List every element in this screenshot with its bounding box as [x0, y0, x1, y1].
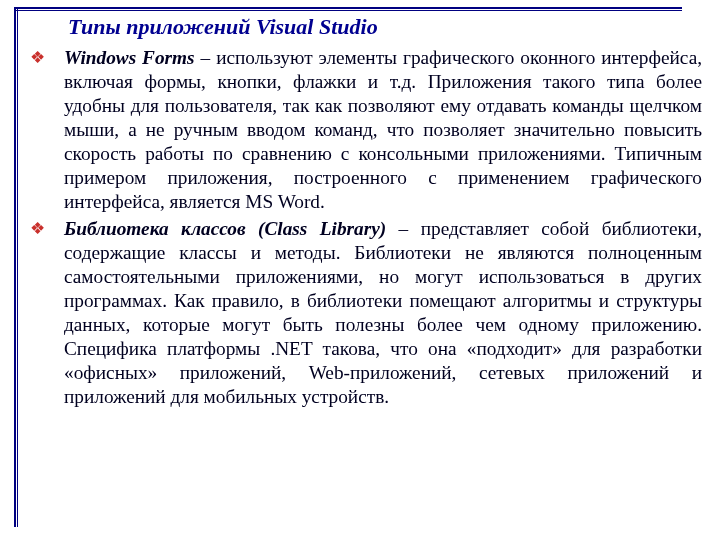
slide: Типы приложений Visual Studio Windows Fo…	[0, 0, 720, 540]
item-lead: Windows Forms	[64, 47, 195, 68]
page-title: Типы приложений Visual Studio	[68, 14, 702, 40]
frame-line	[14, 7, 682, 9]
frame-line	[17, 7, 18, 527]
item-sep: –	[386, 218, 421, 239]
item-sep: –	[195, 47, 217, 68]
bullet-list: Windows Forms – используют элементы граф…	[26, 46, 702, 409]
item-body: представляет собой библиотеки, содержащи…	[64, 218, 702, 406]
item-body: используют элементы графического оконног…	[64, 47, 702, 212]
frame-line	[14, 7, 16, 527]
list-item: Библиотека классов (Class Library) – пре…	[26, 217, 702, 408]
list-item: Windows Forms – используют элементы граф…	[26, 46, 702, 213]
item-lead: Библиотека классов (Class Library)	[64, 218, 386, 239]
content-area: Типы приложений Visual Studio Windows Fo…	[26, 12, 702, 413]
frame-line	[14, 10, 682, 11]
